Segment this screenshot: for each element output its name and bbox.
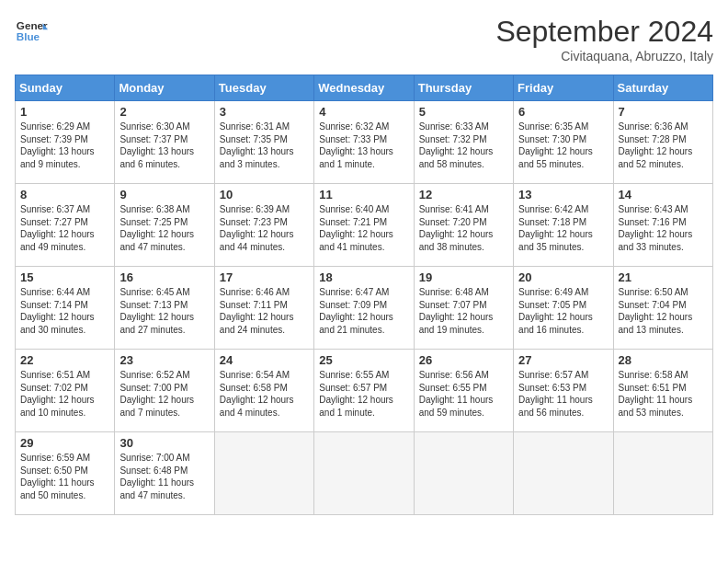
day-detail: Sunrise: 6:50 AMSunset: 7:04 PMDaylight:…	[619, 286, 708, 336]
calendar-table: SundayMondayTuesdayWednesdayThursdayFrid…	[15, 75, 713, 515]
day-number: 25	[319, 353, 408, 367]
calendar-cell: 21Sunrise: 6:50 AMSunset: 7:04 PMDayligh…	[613, 267, 712, 350]
day-detail: Sunrise: 6:45 AMSunset: 7:13 PMDaylight:…	[119, 286, 209, 336]
location: Civitaquana, Abruzzo, Italy	[495, 49, 713, 63]
day-detail: Sunrise: 6:47 AMSunset: 7:09 PMDaylight:…	[319, 286, 408, 336]
title-block: September 2024 Civitaquana, Abruzzo, Ita…	[495, 15, 713, 63]
day-number: 9	[119, 188, 209, 201]
day-number: 22	[20, 353, 109, 367]
page-header: General Blue September 2024 Civitaquana,…	[15, 15, 713, 63]
calendar-cell: 4Sunrise: 6:32 AMSunset: 7:33 PMDaylight…	[314, 101, 414, 184]
calendar-cell: 1Sunrise: 6:29 AMSunset: 7:39 PMDaylight…	[16, 101, 115, 184]
day-number: 16	[119, 270, 209, 284]
logo-icon: General Blue	[15, 15, 48, 48]
calendar-cell: 8Sunrise: 6:37 AMSunset: 7:27 PMDaylight…	[16, 184, 115, 267]
calendar-cell: 20Sunrise: 6:49 AMSunset: 7:05 PMDayligh…	[514, 267, 613, 350]
day-detail: Sunrise: 6:35 AMSunset: 7:30 PMDaylight:…	[518, 121, 608, 170]
svg-text:Blue: Blue	[17, 30, 40, 42]
calendar-cell: 25Sunrise: 6:55 AMSunset: 6:57 PMDayligh…	[314, 350, 414, 432]
day-detail: Sunrise: 6:32 AMSunset: 7:33 PMDaylight:…	[319, 121, 408, 170]
day-detail: Sunrise: 6:29 AMSunset: 7:39 PMDaylight:…	[20, 121, 109, 170]
calendar-week-5: 29Sunrise: 6:59 AMSunset: 6:50 PMDayligh…	[16, 432, 713, 515]
logo: General Blue	[15, 15, 48, 48]
weekday-header-thursday: Thursday	[414, 75, 513, 101]
calendar-cell: 24Sunrise: 6:54 AMSunset: 6:58 PMDayligh…	[214, 350, 313, 432]
calendar-cell: 7Sunrise: 6:36 AMSunset: 7:28 PMDaylight…	[613, 101, 712, 184]
calendar-week-2: 8Sunrise: 6:37 AMSunset: 7:27 PMDaylight…	[16, 184, 713, 267]
day-number: 20	[518, 270, 608, 284]
day-number: 12	[419, 188, 508, 201]
day-detail: Sunrise: 6:43 AMSunset: 7:16 PMDaylight:…	[619, 203, 708, 253]
day-number: 15	[20, 270, 109, 284]
day-detail: Sunrise: 6:48 AMSunset: 7:07 PMDaylight:…	[419, 286, 508, 336]
calendar-cell: 17Sunrise: 6:46 AMSunset: 7:11 PMDayligh…	[214, 267, 313, 350]
weekday-header-wednesday: Wednesday	[314, 75, 414, 101]
day-number: 28	[619, 353, 708, 367]
day-number: 17	[220, 270, 309, 284]
day-number: 18	[319, 270, 408, 284]
calendar-week-4: 22Sunrise: 6:51 AMSunset: 7:02 PMDayligh…	[16, 350, 713, 432]
calendar-cell	[314, 432, 414, 515]
calendar-cell	[414, 432, 513, 515]
day-number: 27	[518, 353, 608, 367]
day-number: 14	[619, 188, 708, 201]
calendar-cell: 28Sunrise: 6:58 AMSunset: 6:51 PMDayligh…	[613, 350, 712, 432]
month-title: September 2024	[495, 15, 713, 49]
calendar-cell: 13Sunrise: 6:42 AMSunset: 7:18 PMDayligh…	[514, 184, 613, 267]
day-detail: Sunrise: 6:36 AMSunset: 7:28 PMDaylight:…	[619, 121, 708, 170]
calendar-week-1: 1Sunrise: 6:29 AMSunset: 7:39 PMDaylight…	[16, 101, 713, 184]
day-detail: Sunrise: 6:46 AMSunset: 7:11 PMDaylight:…	[220, 286, 309, 336]
day-number: 5	[419, 105, 508, 119]
day-detail: Sunrise: 6:31 AMSunset: 7:35 PMDaylight:…	[220, 121, 309, 170]
day-detail: Sunrise: 6:30 AMSunset: 7:37 PMDaylight:…	[119, 121, 209, 170]
day-number: 2	[119, 105, 209, 119]
calendar-cell: 11Sunrise: 6:40 AMSunset: 7:21 PMDayligh…	[314, 184, 414, 267]
day-detail: Sunrise: 6:59 AMSunset: 6:50 PMDaylight:…	[20, 452, 109, 501]
day-number: 26	[419, 353, 508, 367]
day-detail: Sunrise: 6:38 AMSunset: 7:25 PMDaylight:…	[119, 203, 209, 253]
day-detail: Sunrise: 6:55 AMSunset: 6:57 PMDaylight:…	[319, 369, 408, 419]
weekday-header-sunday: Sunday	[16, 75, 115, 101]
calendar-cell	[514, 432, 613, 515]
calendar-cell: 26Sunrise: 6:56 AMSunset: 6:55 PMDayligh…	[414, 350, 513, 432]
calendar-cell: 6Sunrise: 6:35 AMSunset: 7:30 PMDaylight…	[514, 101, 613, 184]
day-detail: Sunrise: 6:57 AMSunset: 6:53 PMDaylight:…	[518, 369, 608, 419]
day-detail: Sunrise: 6:58 AMSunset: 6:51 PMDaylight:…	[619, 369, 708, 419]
day-number: 1	[20, 105, 109, 119]
calendar-cell: 19Sunrise: 6:48 AMSunset: 7:07 PMDayligh…	[414, 267, 513, 350]
calendar-cell: 23Sunrise: 6:52 AMSunset: 7:00 PMDayligh…	[115, 350, 214, 432]
day-detail: Sunrise: 6:52 AMSunset: 7:00 PMDaylight:…	[119, 369, 209, 419]
calendar-cell: 15Sunrise: 6:44 AMSunset: 7:14 PMDayligh…	[16, 267, 115, 350]
weekday-header-saturday: Saturday	[613, 75, 712, 101]
day-number: 24	[220, 353, 309, 367]
calendar-cell: 22Sunrise: 6:51 AMSunset: 7:02 PMDayligh…	[16, 350, 115, 432]
day-detail: Sunrise: 6:54 AMSunset: 6:58 PMDaylight:…	[220, 369, 309, 419]
weekday-header-monday: Monday	[115, 75, 214, 101]
weekday-header-friday: Friday	[514, 75, 613, 101]
calendar-cell	[613, 432, 712, 515]
day-detail: Sunrise: 6:51 AMSunset: 7:02 PMDaylight:…	[20, 369, 109, 419]
day-number: 30	[119, 436, 209, 450]
day-number: 8	[20, 188, 109, 201]
day-detail: Sunrise: 7:00 AMSunset: 6:48 PMDaylight:…	[119, 452, 209, 501]
day-number: 21	[619, 270, 708, 284]
day-number: 3	[220, 105, 309, 119]
day-detail: Sunrise: 6:40 AMSunset: 7:21 PMDaylight:…	[319, 203, 408, 253]
calendar-cell: 29Sunrise: 6:59 AMSunset: 6:50 PMDayligh…	[16, 432, 115, 515]
calendar-cell: 14Sunrise: 6:43 AMSunset: 7:16 PMDayligh…	[613, 184, 712, 267]
calendar-cell: 5Sunrise: 6:33 AMSunset: 7:32 PMDaylight…	[414, 101, 513, 184]
day-detail: Sunrise: 6:37 AMSunset: 7:27 PMDaylight:…	[20, 203, 109, 253]
day-detail: Sunrise: 6:49 AMSunset: 7:05 PMDaylight:…	[518, 286, 608, 336]
calendar-cell: 3Sunrise: 6:31 AMSunset: 7:35 PMDaylight…	[214, 101, 313, 184]
calendar-body: 1Sunrise: 6:29 AMSunset: 7:39 PMDaylight…	[16, 101, 713, 515]
day-detail: Sunrise: 6:33 AMSunset: 7:32 PMDaylight:…	[419, 121, 508, 170]
calendar-cell: 27Sunrise: 6:57 AMSunset: 6:53 PMDayligh…	[514, 350, 613, 432]
calendar-cell: 10Sunrise: 6:39 AMSunset: 7:23 PMDayligh…	[214, 184, 313, 267]
calendar-week-3: 15Sunrise: 6:44 AMSunset: 7:14 PMDayligh…	[16, 267, 713, 350]
calendar-cell: 16Sunrise: 6:45 AMSunset: 7:13 PMDayligh…	[115, 267, 214, 350]
day-number: 13	[518, 188, 608, 201]
day-number: 10	[220, 188, 309, 201]
calendar-cell: 2Sunrise: 6:30 AMSunset: 7:37 PMDaylight…	[115, 101, 214, 184]
calendar-cell: 12Sunrise: 6:41 AMSunset: 7:20 PMDayligh…	[414, 184, 513, 267]
day-number: 7	[619, 105, 708, 119]
